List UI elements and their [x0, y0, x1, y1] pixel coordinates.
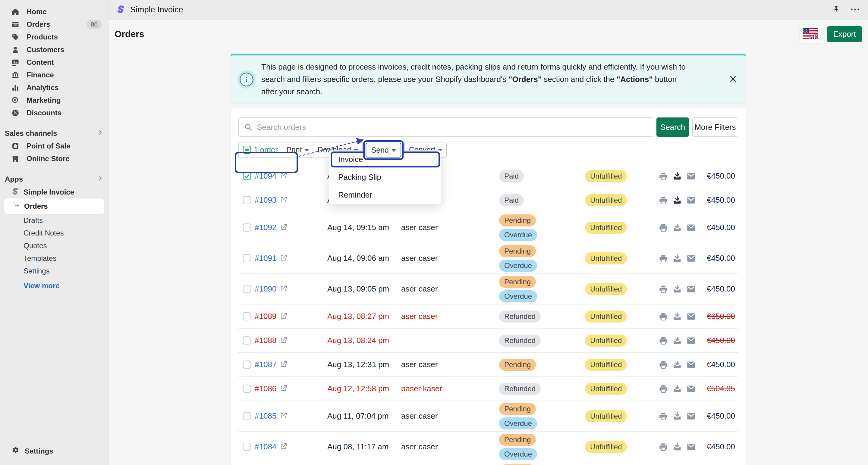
sidebar-item-home[interactable]: Home [0, 5, 108, 18]
email-icon[interactable] [687, 412, 695, 421]
external-link-icon[interactable] [280, 443, 287, 451]
more-filters-button[interactable]: More Filters [692, 118, 738, 137]
external-link-icon[interactable] [280, 172, 287, 180]
sidebar-item-customers[interactable]: Customers [0, 43, 108, 56]
sidebar-item-point-of-sale[interactable]: Point of Sale [0, 140, 108, 153]
row-checkbox[interactable] [243, 361, 251, 369]
external-link-icon[interactable] [280, 385, 287, 393]
sidebar-item-online-store[interactable]: Online Store [0, 153, 108, 165]
order-number-link[interactable]: #1094 [255, 171, 276, 181]
download-icon[interactable] [673, 360, 682, 369]
print-icon[interactable] [659, 196, 668, 205]
sidebar-app-item-templates[interactable]: Templates [0, 252, 108, 265]
row-checkbox[interactable] [243, 172, 251, 180]
order-number-link[interactable]: #1092 [255, 223, 276, 232]
email-icon[interactable] [687, 285, 695, 293]
order-number-link[interactable]: #1089 [255, 312, 276, 321]
email-icon[interactable] [687, 361, 695, 369]
email-icon[interactable] [687, 196, 695, 204]
ellipsis-menu-icon[interactable] [850, 5, 860, 15]
row-checkbox[interactable] [243, 285, 251, 293]
download-icon[interactable] [673, 254, 682, 263]
order-number-link[interactable]: #1087 [255, 360, 276, 369]
sidebar-item-content[interactable]: Content [0, 56, 108, 69]
language-selector[interactable] [799, 25, 822, 43]
email-icon[interactable] [687, 172, 695, 180]
print-icon[interactable] [659, 223, 668, 232]
banner-close-icon[interactable] [728, 74, 738, 85]
order-number-link[interactable]: #1088 [255, 336, 276, 345]
download-icon[interactable] [673, 412, 682, 421]
sales-channels-header[interactable]: Sales channels [0, 127, 108, 140]
row-checkbox[interactable] [243, 336, 251, 344]
send-dropdown-item-reminder[interactable]: Reminder [329, 186, 441, 204]
view-more-link[interactable]: View more [0, 277, 108, 294]
sidebar-item-orders[interactable]: Orders 80 [0, 18, 108, 31]
print-icon[interactable] [659, 442, 668, 452]
external-link-icon[interactable] [280, 254, 287, 263]
row-checkbox[interactable] [243, 196, 251, 204]
external-link-icon[interactable] [280, 412, 287, 421]
email-icon[interactable] [687, 385, 695, 393]
sidebar-item-marketing[interactable]: Marketing [0, 94, 108, 107]
print-icon[interactable] [659, 336, 668, 345]
print-icon[interactable] [659, 412, 668, 421]
external-link-icon[interactable] [280, 224, 287, 232]
row-checkbox[interactable] [243, 254, 251, 262]
order-number-link[interactable]: #1084 [255, 442, 276, 452]
sidebar-app-item-orders[interactable]: Orders [4, 198, 104, 214]
apps-header[interactable]: Apps [0, 173, 108, 186]
external-link-icon[interactable] [280, 361, 287, 369]
email-icon[interactable] [687, 254, 695, 263]
row-checkbox[interactable] [243, 385, 251, 393]
email-icon[interactable] [687, 312, 695, 321]
download-icon[interactable] [673, 172, 682, 181]
print-icon[interactable] [659, 172, 668, 181]
print-icon[interactable] [659, 360, 668, 369]
sidebar-item-discounts[interactable]: Discounts [0, 107, 108, 119]
email-icon[interactable] [687, 224, 695, 232]
sidebar-app-item-quotes[interactable]: Quotes [0, 239, 108, 252]
order-number-link[interactable]: #1093 [255, 195, 276, 205]
pin-icon[interactable] [832, 5, 841, 15]
sidebar-item-products[interactable]: Products [0, 31, 108, 43]
external-link-icon[interactable] [280, 312, 287, 321]
row-checkbox[interactable] [243, 224, 251, 232]
download-icon[interactable] [673, 223, 682, 232]
select-all-checkbox[interactable] [243, 146, 251, 154]
print-dropdown-button[interactable]: Print [282, 142, 313, 157]
search-orders-input[interactable] [239, 118, 653, 137]
sidebar-app-item-drafts[interactable]: Drafts [0, 214, 108, 227]
row-checkbox[interactable] [243, 412, 251, 420]
email-icon[interactable] [687, 336, 695, 345]
order-number-link[interactable]: #1091 [255, 254, 276, 263]
export-button[interactable]: Export [827, 26, 862, 42]
download-icon[interactable] [673, 442, 682, 452]
row-checkbox[interactable] [243, 443, 251, 451]
sidebar-app-simple-invoice[interactable]: Simple Invoice [0, 186, 108, 198]
download-icon[interactable] [673, 336, 682, 345]
send-dropdown-button[interactable]: Send [366, 143, 401, 158]
download-icon[interactable] [673, 312, 682, 321]
download-icon[interactable] [673, 196, 682, 205]
external-link-icon[interactable] [280, 285, 287, 293]
download-icon[interactable] [673, 285, 682, 294]
sidebar-app-item-credit-notes[interactable]: Credit Notes [0, 227, 108, 239]
order-number-link[interactable]: #1090 [255, 284, 276, 294]
row-checkbox[interactable] [243, 312, 251, 321]
download-icon[interactable] [673, 384, 682, 393]
print-icon[interactable] [659, 285, 668, 294]
email-icon[interactable] [687, 443, 695, 451]
order-number-link[interactable]: #1085 [255, 411, 276, 421]
print-icon[interactable] [659, 384, 668, 393]
sidebar-app-item-settings[interactable]: Settings [0, 265, 108, 277]
order-number-link[interactable]: #1086 [255, 384, 276, 393]
external-link-icon[interactable] [280, 196, 287, 204]
search-button[interactable]: Search [656, 118, 689, 137]
print-icon[interactable] [659, 254, 668, 263]
sidebar-item-analytics[interactable]: Analytics [0, 81, 108, 94]
sidebar-item-finance[interactable]: Finance [0, 69, 108, 81]
sidebar-item-settings[interactable]: Settings [0, 444, 108, 458]
print-icon[interactable] [659, 312, 668, 321]
send-dropdown-item-packing-slip[interactable]: Packing Slip [329, 168, 441, 186]
